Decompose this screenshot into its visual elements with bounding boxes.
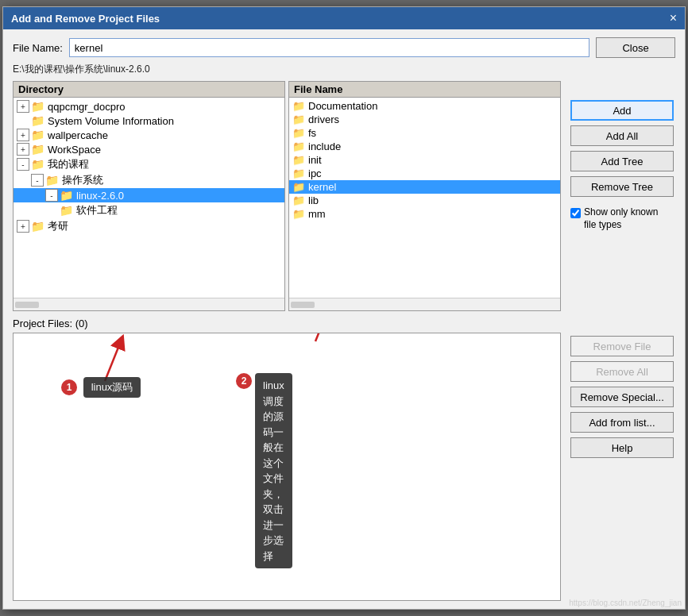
tree-toggle[interactable]: +: [17, 129, 29, 141]
remove-tree-button[interactable]: Remove Tree: [570, 176, 674, 197]
file-list-item[interactable]: 📁lib: [289, 194, 560, 207]
add-button[interactable]: Add: [570, 100, 674, 121]
file-item-label: mm: [308, 208, 326, 220]
path-label: E:\我的课程\操作系统\linux-2.6.0: [13, 63, 675, 76]
file-list-item[interactable]: 📁ipc: [289, 167, 560, 180]
tree-item[interactable]: -📁我的课程: [14, 156, 284, 172]
file-item-label: lib: [308, 194, 319, 206]
tree-item-label: linux-2.6.0: [76, 190, 124, 202]
file-folder-icon: 📁: [292, 100, 305, 112]
file-list-item[interactable]: 📁kernel: [289, 180, 560, 194]
file-item-label: kernel: [308, 181, 336, 193]
file-folder-icon: 📁: [292, 141, 305, 152]
folder-icon: 📁: [60, 204, 73, 217]
file-item-label: ipc: [308, 167, 322, 179]
filename-panel-content[interactable]: 📁Documentation📁drivers📁fs📁include📁init📁i…: [289, 98, 560, 298]
file-name-input[interactable]: [69, 38, 589, 57]
checkbox-row: Show only knownfile types: [570, 206, 675, 231]
file-name-label: File Name:: [13, 42, 63, 54]
file-item-label: fs: [308, 127, 316, 139]
annotation-2: 2 linux调度的源码一般在这个文件夹，双击进一步选择: [236, 373, 255, 389]
project-files-scrollbar[interactable]: [14, 600, 560, 601]
remove-file-button[interactable]: Remove File: [570, 336, 674, 356]
annotation-bubble-2: linux调度的源码一般在这个文件夹，双击进一步选择: [255, 373, 292, 568]
project-files-section: Project Files: (0) 1 linux源码: [13, 318, 675, 601]
file-folder-icon: 📁: [292, 127, 305, 139]
watermark: https://blog.csdn.net/Zheng_jian: [569, 599, 682, 607]
annotation-bubble-1: linux源码: [83, 377, 141, 398]
dialog-content: File Name: Close E:\我的课程\操作系统\linux-2.6.…: [3, 29, 685, 609]
annotation-1: 1 linux源码: [61, 377, 141, 398]
help-button[interactable]: Help: [570, 437, 674, 458]
directory-panel-content[interactable]: +📁qqpcmgr_docpro 📁System Volume Informat…: [14, 98, 284, 298]
file-list-item[interactable]: 📁fs: [289, 126, 560, 140]
close-button[interactable]: Close: [596, 37, 675, 58]
tree-item-label: WorkSpace: [48, 144, 101, 156]
folder-icon: 📁: [60, 189, 73, 202]
tree-item[interactable]: -📁linux-2.6.0: [14, 188, 284, 202]
dialog-title: Add and Remove Project Files: [11, 13, 160, 25]
file-list-item[interactable]: 📁include: [289, 140, 560, 153]
folder-icon: 📁: [31, 220, 44, 233]
tree-item[interactable]: +📁考研: [14, 218, 284, 234]
arrow-2-svg: [292, 333, 355, 345]
directory-panel-header: Directory: [14, 82, 284, 98]
project-files-panel-inner: 1 linux源码: [14, 333, 560, 600]
file-list-item[interactable]: 📁Documentation: [289, 99, 560, 113]
tree-toggle[interactable]: +: [17, 100, 29, 113]
tree-item[interactable]: +📁wallpercache: [14, 128, 284, 142]
panels-row: Directory +📁qqpcmgr_docpro 📁System Volum…: [13, 81, 675, 311]
remove-special-button[interactable]: Remove Special...: [570, 387, 674, 407]
tree-toggle[interactable]: -: [17, 158, 29, 171]
file-folder-icon: 📁: [292, 167, 305, 179]
project-files-area: 1 linux源码: [13, 333, 675, 601]
folder-icon: 📁: [45, 174, 59, 187]
tree-item-label: 操作系统: [62, 173, 103, 187]
tree-item[interactable]: 📁软件工程: [14, 202, 284, 218]
filename-panel: File Name 📁Documentation📁drivers📁fs📁incl…: [288, 81, 561, 311]
file-folder-icon: 📁: [292, 154, 305, 166]
tree-item-label: qqpcmgr_docpro: [48, 101, 126, 113]
tree-item-label: wallpercache: [48, 129, 108, 141]
tree-item-label: 考研: [48, 219, 68, 233]
file-item-label: drivers: [308, 114, 339, 125]
file-scrollbar-x[interactable]: [289, 298, 560, 310]
dir-scrollbar-x[interactable]: [14, 298, 284, 310]
tree-toggle[interactable]: -: [31, 174, 44, 187]
file-list-item[interactable]: 📁drivers: [289, 113, 560, 126]
svg-line-3: [315, 333, 331, 341]
add-tree-button[interactable]: Add Tree: [570, 151, 674, 171]
tree-item-label: 我的课程: [48, 157, 89, 171]
circle-1: 1: [61, 379, 77, 395]
close-icon[interactable]: ×: [670, 12, 677, 25]
tree-item[interactable]: 📁System Volume Information: [14, 114, 284, 128]
add-all-button[interactable]: Add All: [570, 125, 674, 146]
add-from-list-button[interactable]: Add from list...: [570, 412, 674, 433]
folder-icon: 📁: [31, 114, 44, 127]
file-item-label: init: [308, 154, 322, 166]
folder-icon: 📁: [31, 143, 44, 156]
file-folder-icon: 📁: [292, 114, 305, 125]
tree-item[interactable]: +📁WorkSpace: [14, 142, 284, 156]
tree-toggle[interactable]: +: [17, 143, 29, 156]
folder-icon: 📁: [31, 100, 44, 113]
tree-item[interactable]: -📁操作系统: [14, 172, 284, 188]
file-name-section: File Name: Close: [13, 37, 675, 58]
file-list-item[interactable]: 📁mm: [289, 207, 560, 221]
main-dialog: Add and Remove Project Files × File Name…: [2, 6, 686, 610]
tree-item[interactable]: +📁qqpcmgr_docpro: [14, 99, 284, 114]
known-types-checkbox[interactable]: [570, 208, 581, 218]
tree-item-label: 软件工程: [76, 203, 118, 218]
file-item-label: Documentation: [308, 100, 377, 112]
tree-toggle[interactable]: +: [17, 220, 29, 233]
file-folder-icon: 📁: [292, 194, 305, 206]
known-types-label: Show only knownfile types: [584, 206, 658, 231]
filename-panel-header: File Name: [289, 82, 560, 98]
folder-icon: 📁: [31, 129, 44, 141]
remove-all-button[interactable]: Remove All: [570, 361, 674, 382]
file-list-item[interactable]: 📁init: [289, 153, 560, 167]
file-folder-icon: 📁: [292, 181, 305, 193]
file-item-label: include: [308, 141, 341, 152]
tree-toggle[interactable]: -: [45, 189, 58, 202]
project-files-label: Project Files: (0): [13, 318, 675, 329]
